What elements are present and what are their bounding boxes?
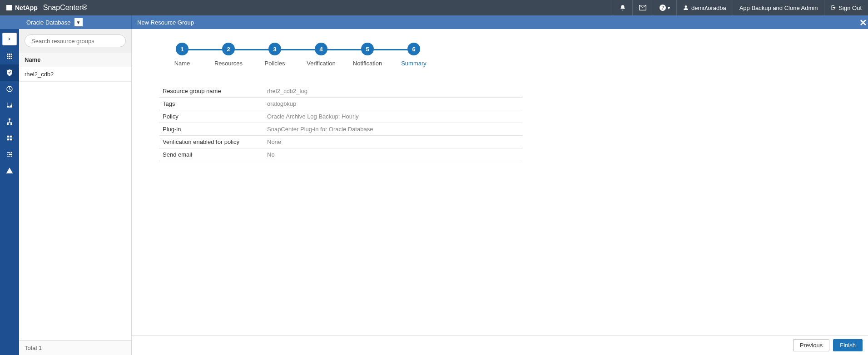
grid-icon <box>6 53 13 60</box>
finish-button[interactable]: Finish <box>833 339 863 351</box>
summary-value: None <box>263 136 522 148</box>
rail-expand-toggle[interactable] <box>2 33 17 45</box>
topbar-right: ▾ demo\oradba App Backup and Clone Admin… <box>613 0 868 15</box>
step-policies[interactable]: 3 Policies <box>252 43 298 67</box>
subheader: Oracle Database ▼ New Resource Group ✕ <box>0 15 868 29</box>
step-resources[interactable]: 2 Resources <box>205 43 252 67</box>
svg-rect-0 <box>9 118 10 120</box>
footer-total-label: Total <box>25 345 37 351</box>
mail-icon <box>639 5 646 10</box>
wizard: 1 Name 2 Resources 3 Policies 4 Verifica… <box>132 29 868 161</box>
step-number: 6 <box>407 43 420 55</box>
summary-value: SnapCenter Plug-in for Oracle Database <box>263 123 522 136</box>
summary-row: Tags oralogbkup <box>159 98 522 110</box>
step-label: Policies <box>265 60 285 67</box>
summary-key: Tags <box>159 98 263 110</box>
step-label: Notification <box>353 60 382 67</box>
sliders-icon <box>6 151 13 158</box>
chevron-right-icon <box>7 37 12 41</box>
summary-value: rhel2_cdb2_log <box>263 85 522 98</box>
bell-icon <box>620 5 626 11</box>
nav-rail <box>0 29 19 355</box>
step-number: 1 <box>176 43 188 55</box>
wizard-footer: Previous Finish <box>132 335 868 355</box>
shield-check-icon <box>6 69 13 76</box>
search-wrap <box>19 29 131 53</box>
svg-rect-1 <box>7 123 9 125</box>
sidebar-footer: Total 1 <box>19 340 131 355</box>
close-button[interactable]: ✕ <box>859 17 867 28</box>
gauge-icon <box>6 85 13 93</box>
sidebar: Name rhel2_cdb2 Total 1 <box>19 29 132 355</box>
step-label: Summary <box>401 60 427 67</box>
topbar: NetApp SnapCenter® ▾ demo\oradba App Bac… <box>0 0 868 15</box>
context-selector: Oracle Database ▼ <box>0 15 132 29</box>
storage-icon <box>6 134 13 142</box>
user-icon <box>683 5 689 10</box>
context-dropdown-toggle[interactable]: ▼ <box>74 18 83 26</box>
summary-row: Send email No <box>159 148 522 161</box>
summary-row: Plug-in SnapCenter Plug-in for Oracle Da… <box>159 123 522 136</box>
previous-button[interactable]: Previous <box>793 339 830 351</box>
user-name: demo\oradba <box>691 5 726 11</box>
nav-settings[interactable] <box>0 146 19 163</box>
resource-group-row[interactable]: rhel2_cdb2 <box>19 67 131 82</box>
alert-triangle-icon <box>6 167 13 174</box>
product-name: SnapCenter® <box>43 4 87 12</box>
role-text: App Backup and Clone Admin <box>739 5 818 11</box>
nav-storage[interactable] <box>0 130 19 146</box>
step-summary[interactable]: 6 Summary <box>391 43 437 67</box>
step-label: Name <box>174 60 190 67</box>
caret-down-icon: ▾ <box>668 5 670 10</box>
summary-key: Policy <box>159 110 263 123</box>
help-icon <box>660 5 666 11</box>
summary-row: Verification enabled for policy None <box>159 136 522 148</box>
footer-total-count: 1 <box>39 345 42 351</box>
netapp-logo-icon <box>6 5 12 10</box>
messages-button[interactable] <box>632 0 653 15</box>
signout-text: Sign Out <box>838 5 862 11</box>
summary-row: Resource group name rhel2_cdb2_log <box>159 85 522 98</box>
nav-monitor[interactable] <box>0 81 19 97</box>
notifications-button[interactable] <box>613 0 632 15</box>
brand-text: NetApp <box>15 4 38 11</box>
summary-key: Resource group name <box>159 85 263 98</box>
chart-icon <box>6 102 13 109</box>
step-number: 4 <box>315 43 327 55</box>
summary-value: No <box>263 148 522 161</box>
step-notification[interactable]: 5 Notification <box>344 43 391 67</box>
summary-value: Oracle Archive Log Backup: Hourly <box>263 110 522 123</box>
column-header-name[interactable]: Name <box>19 53 131 67</box>
role-label[interactable]: App Backup and Clone Admin <box>733 0 824 15</box>
summary-value: oralogbkup <box>263 98 522 110</box>
context-label: Oracle Database <box>26 19 71 26</box>
nav-hosts[interactable] <box>0 113 19 130</box>
page-title: New Resource Group <box>132 19 194 26</box>
signout-button[interactable]: Sign Out <box>824 0 868 15</box>
wizard-steps: 1 Name 2 Resources 3 Policies 4 Verifica… <box>159 43 841 67</box>
signout-icon <box>831 5 836 10</box>
layout: Name rhel2_cdb2 Total 1 1 Name 2 Resourc… <box>0 29 868 355</box>
search-input[interactable] <box>25 35 126 47</box>
step-verification[interactable]: 4 Verification <box>298 43 344 67</box>
step-number: 2 <box>222 43 235 55</box>
hierarchy-icon <box>6 118 13 125</box>
step-label: Verification <box>307 60 336 67</box>
nav-dashboard[interactable] <box>0 48 19 64</box>
user-menu[interactable]: demo\oradba <box>676 0 733 15</box>
summary-key: Send email <box>159 148 263 161</box>
summary-row: Policy Oracle Archive Log Backup: Hourly <box>159 110 522 123</box>
nav-resources[interactable] <box>0 64 19 81</box>
nav-alerts[interactable] <box>0 163 19 179</box>
summary-key: Verification enabled for policy <box>159 136 263 148</box>
brand-logo: NetApp SnapCenter® <box>6 4 87 12</box>
summary-table: Resource group name rhel2_cdb2_log Tags … <box>159 85 522 161</box>
step-number: 5 <box>361 43 374 55</box>
step-number: 3 <box>268 43 281 55</box>
nav-reports[interactable] <box>0 97 19 113</box>
step-name[interactable]: 1 Name <box>159 43 205 67</box>
help-button[interactable]: ▾ <box>653 0 676 15</box>
step-label: Resources <box>214 60 243 67</box>
svg-rect-2 <box>11 123 12 125</box>
main-content: 1 Name 2 Resources 3 Policies 4 Verifica… <box>132 29 868 355</box>
